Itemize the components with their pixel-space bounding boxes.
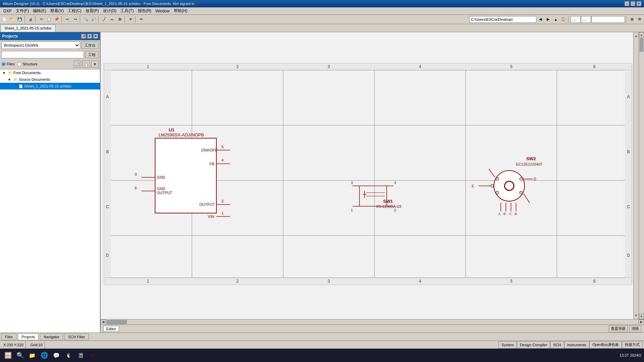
design-compiler-chip[interactable]: Design Compiler (517, 341, 550, 349)
minimize-button[interactable]: ─ (625, 1, 629, 6)
view-icon-3[interactable]: ▼ (91, 60, 99, 68)
workspace-select[interactable]: Workspace1.DsnWrk (1, 42, 80, 49)
svg-text:K5-1130DA-03: K5-1130DA-03 (376, 204, 401, 208)
menu-dxp[interactable]: DXP (1, 8, 14, 14)
clear-btn[interactable]: 清除 (629, 325, 641, 332)
workspace-button[interactable]: 工作台 (82, 42, 99, 49)
menu-design[interactable]: 设计(D) (101, 7, 119, 14)
taskbar-edge[interactable]: 🌐 (39, 350, 50, 361)
scroll-thumb[interactable] (640, 38, 643, 52)
openbus-chip[interactable]: OpenBus调色板 (589, 341, 622, 349)
taskbar-wechat[interactable]: 💬 (51, 350, 62, 361)
h-scroll-thumb[interactable] (107, 320, 127, 324)
h-scroll-right-btn[interactable]: ▶ (639, 319, 644, 325)
tb-undo[interactable]: ↩ (64, 16, 71, 23)
tb-open[interactable]: 📂 (8, 16, 16, 23)
zoom-input2[interactable] (581, 16, 591, 23)
svg-point-86 (520, 178, 523, 180)
instruments-chip[interactable]: Instruments (564, 341, 589, 349)
menu-file[interactable]: 文件(F) (14, 7, 31, 14)
panel-menu-icon[interactable]: ▼ (87, 34, 92, 39)
tb-paste[interactable]: 📌 (53, 16, 60, 23)
menu-project[interactable]: 工程(C) (66, 7, 84, 14)
tree-sheet-file[interactable]: 📄 Sheet_1_2021-05-15.schdoc (0, 83, 100, 89)
project-input[interactable] (1, 51, 84, 58)
tb-bus[interactable]: ═ (108, 16, 116, 23)
tb-copy[interactable]: 📋 (45, 16, 53, 23)
tb-save[interactable]: 💾 (16, 16, 23, 23)
zoom-input[interactable] (571, 16, 581, 23)
view-icon-2[interactable]: 📋 (83, 60, 90, 68)
tree-free-docs[interactable]: ▼ 📁 Free Documents (0, 69, 100, 76)
maximize-button[interactable]: □ (631, 1, 635, 6)
overlay-level-btn[interactable]: 遮盖等级 (608, 325, 628, 332)
menu-tools[interactable]: 工具(T) (118, 7, 136, 14)
project-button[interactable]: 工程 (85, 51, 99, 58)
editor-tab[interactable]: Editor (103, 326, 119, 332)
bot-tab-sch-filter[interactable]: SCH Filter (64, 334, 89, 340)
left-panel: Projects 📌 ▼ ✕ Workspace1.DsnWrk 工作台 工程 (0, 32, 101, 333)
sch-chip[interactable]: SCH (550, 341, 564, 349)
filter-input[interactable] (591, 16, 625, 23)
tb-zoom-in[interactable]: 🔍 (82, 16, 90, 23)
tb-forward[interactable]: ▶ (544, 16, 552, 23)
bot-tab-files[interactable]: Files (1, 334, 16, 340)
tb-component[interactable]: ⊞ (116, 16, 123, 23)
tb-back[interactable]: ◀ (537, 16, 544, 23)
menu-view[interactable]: 察看(V) (48, 7, 66, 14)
tb-home[interactable]: 🏠 (560, 16, 567, 23)
tree-source-docs[interactable]: ▼ 📁 Source Documents (0, 76, 100, 83)
h-scroll-left-btn[interactable]: ◀ (101, 319, 106, 325)
path-input[interactable] (469, 16, 536, 23)
files-radio[interactable]: Files (1, 62, 14, 66)
panel-pin-icon[interactable]: 📌 (81, 34, 86, 39)
structure-radio[interactable]: Structure (17, 62, 38, 66)
free-docs-label: Free Documents (13, 71, 41, 75)
active-tab[interactable]: Sheet_1_2021-05-15.schdoc (1, 24, 55, 32)
tb-cut[interactable]: ✂ (38, 16, 45, 23)
tb-settings[interactable]: ⚙ (636, 16, 643, 23)
scroll-down-btn[interactable]: ▼ (639, 314, 644, 319)
tb-print[interactable]: 🖨 (27, 16, 34, 23)
taskbar-start[interactable]: 🪟 (3, 350, 13, 361)
tb-sep1 (24, 16, 26, 23)
tb-new[interactable]: 📄 (1, 16, 8, 23)
svg-text:A: A (106, 95, 109, 99)
svg-text:FB: FB (210, 162, 214, 166)
vertical-scrollbar[interactable]: ▲ ▼ (639, 32, 644, 319)
tb-zoom-out[interactable]: 🔎 (90, 16, 97, 23)
tab-and-canvas: ▲ ▼ (101, 32, 644, 333)
bot-tab-navigator[interactable]: Navigator (40, 334, 63, 340)
menu-reports[interactable]: 报告(R) (136, 7, 154, 14)
view-icon-1[interactable]: 🔄 (74, 60, 81, 68)
taskbar-explorer[interactable]: 📁 (27, 350, 38, 361)
scroll-up-btn[interactable]: ▲ (639, 32, 644, 38)
bot-tab-projects[interactable]: Projects (18, 334, 39, 340)
taskbar-altium[interactable]: A (87, 350, 98, 361)
svg-text:D: D (106, 253, 109, 258)
system-chip[interactable]: System (498, 341, 517, 349)
tb-pencil[interactable]: ✏ (138, 16, 145, 23)
tb-up[interactable]: ▲ (552, 16, 559, 23)
quick-access-chip[interactable]: 快捷方式 (622, 341, 643, 349)
close-button[interactable]: ✕ (637, 1, 641, 6)
menu-help[interactable]: 帮助(H) (172, 7, 190, 14)
menu-window[interactable]: Window (153, 8, 172, 14)
svg-text:SW2: SW2 (526, 156, 536, 161)
tb-cross[interactable]: ✕ (127, 16, 134, 23)
panel-title: Projects (2, 34, 18, 39)
menu-edit[interactable]: 编辑(E) (31, 7, 48, 14)
taskbar-search[interactable]: 🔍 (15, 350, 25, 361)
tb-redo[interactable]: ↪ (71, 16, 79, 23)
grid-display: Grid:10 (29, 341, 45, 349)
svg-text:ON#/OFF: ON#/OFF (201, 148, 217, 152)
taskbar-qq[interactable]: 🐧 (63, 350, 74, 361)
tb-wire[interactable]: ╱ (101, 16, 108, 23)
tb-grid[interactable]: ⊞ (628, 16, 636, 23)
panel-close-icon[interactable]: ✕ (93, 34, 98, 39)
toolbar: 📄 📂 💾 🖨 ✂ 📋 📌 ↩ ↪ 🔍 🔎 ╱ ═ ⊞ ✕ ✏ ◀ ▶ ▲ 🏠 … (0, 15, 644, 24)
schematic-canvas[interactable]: ▲ ▼ (101, 32, 639, 319)
horizontal-scrollbar[interactable]: ◀ ▶ (101, 319, 644, 324)
taskbar-onenote[interactable]: 📓 (75, 350, 86, 361)
menu-place[interactable]: 放置(P) (84, 7, 101, 14)
